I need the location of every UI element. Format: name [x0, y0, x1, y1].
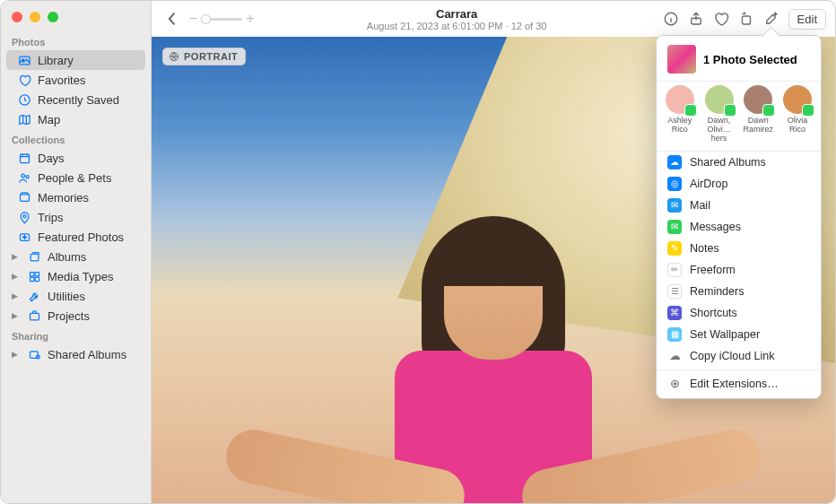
share-item-label: Copy iCloud Link	[690, 350, 775, 362]
sidebar-header-photos: Photos	[1, 31, 151, 50]
share-item-shared-albums[interactable]: ☁︎Shared Albums	[657, 152, 821, 173]
sidebar-item-label: Utilities	[48, 290, 85, 303]
share-item-label: Set Wallpaper	[690, 328, 760, 341]
project-icon	[27, 308, 41, 323]
share-item-label: Freeform	[690, 264, 736, 276]
share-thumbnail	[667, 45, 696, 74]
svg-point-4	[21, 174, 24, 178]
chevron-right-icon: ▶	[12, 311, 21, 320]
share-contact[interactable]: Dawn, Olivi…hers	[701, 85, 738, 143]
sidebar-item-library[interactable]: Library	[6, 50, 145, 70]
app-icon: ▦	[667, 327, 682, 342]
sidebar-item-favorites[interactable]: Favorites	[6, 70, 145, 90]
share-header-label: 1 Photo Selected	[703, 53, 797, 66]
app-icon: ⌘	[667, 306, 682, 320]
sidebar-item-map[interactable]: Map	[6, 109, 145, 129]
share-item-airdrop[interactable]: ◎AirDrop	[657, 173, 821, 195]
memories-icon	[17, 190, 31, 204]
sidebar-item-days[interactable]: Days	[6, 148, 145, 168]
share-contact[interactable]: Dawn Ramirez	[739, 85, 777, 143]
share-item-mail[interactable]: ✉︎Mail	[657, 195, 821, 216]
sidebar-item-label: Library	[38, 54, 74, 67]
svg-rect-14	[30, 313, 39, 320]
contact-name: Ashley Rico	[661, 117, 699, 135]
share-item-label: Shortcuts	[690, 307, 737, 319]
sidebar-item-memories[interactable]: Memories	[6, 187, 145, 207]
svg-rect-13	[35, 277, 39, 281]
share-item-freeform[interactable]: ✏︎Freeform	[657, 259, 821, 281]
shared-icon	[27, 347, 41, 361]
chevron-right-icon: ▶	[12, 272, 21, 281]
app-icon: ☰	[667, 284, 682, 299]
share-header: 1 Photo Selected	[657, 43, 821, 81]
sidebar: Photos Library Favorites Recently Saved …	[1, 1, 152, 503]
share-popover: 1 Photo Selected Ashley Rico Dawn, Olivi…	[656, 35, 822, 399]
media-icon	[27, 269, 41, 283]
share-item-shortcuts[interactable]: ⌘Shortcuts	[657, 302, 821, 324]
sidebar-item-people-pets[interactable]: People & Pets	[6, 168, 145, 187]
share-item-set-wallpaper[interactable]: ▦Set Wallpaper	[657, 324, 821, 345]
sidebar-item-albums[interactable]: ▶ Albums	[6, 247, 145, 266]
share-item-label: Shared Albums	[690, 156, 766, 169]
share-item-label: Reminders	[690, 285, 744, 298]
zoom-slider[interactable]: − +	[189, 11, 255, 27]
minimize-window-button[interactable]	[30, 12, 40, 22]
avatar	[783, 85, 812, 114]
sidebar-item-media-types[interactable]: ▶ Media Types	[6, 266, 145, 286]
heart-icon	[17, 73, 31, 87]
share-item-label: Messages	[690, 221, 741, 233]
share-button[interactable]	[684, 8, 708, 30]
svg-rect-9	[30, 254, 39, 261]
contact-name: Olivia Rico	[779, 117, 816, 135]
svg-rect-3	[20, 154, 29, 162]
avatar	[666, 85, 694, 114]
zoom-thumb[interactable]	[201, 14, 211, 24]
share-contact[interactable]: Olivia Rico	[779, 85, 816, 143]
photo-subtitle: August 21, 2023 at 6:01:00 PM · 12 of 30	[262, 21, 652, 31]
sidebar-header-sharing: Sharing	[1, 326, 151, 344]
app-icon: ✏︎	[667, 263, 682, 277]
portrait-badge[interactable]: PORTRAIT	[162, 48, 246, 65]
sidebar-item-label: Days	[38, 152, 65, 165]
sidebar-item-recently-saved[interactable]: Recently Saved	[6, 90, 145, 109]
back-button[interactable]	[161, 8, 184, 30]
svg-rect-19	[742, 16, 750, 24]
sidebar-item-label: Shared Albums	[48, 348, 126, 361]
share-item-edit-extensions[interactable]: ⊕ Edit Extensions…	[657, 373, 821, 395]
info-button[interactable]	[659, 8, 683, 30]
sidebar-header-collections: Collections	[1, 129, 151, 148]
share-contact[interactable]: Ashley Rico	[661, 85, 699, 143]
album-icon	[27, 249, 41, 264]
sidebar-item-featured-photos[interactable]: Featured Photos	[6, 227, 145, 247]
zoom-window-button[interactable]	[48, 12, 58, 22]
app-icon: ☁︎	[667, 349, 682, 363]
favorite-button[interactable]	[710, 8, 733, 30]
aperture-icon	[169, 51, 179, 62]
extensions-icon: ⊕	[667, 377, 682, 391]
share-item-notes[interactable]: ✎Notes	[657, 238, 821, 259]
sidebar-item-utilities[interactable]: ▶ Utilities	[6, 286, 145, 306]
zoom-track[interactable]	[201, 18, 242, 21]
calendar-icon	[17, 151, 31, 165]
sidebar-item-shared-albums[interactable]: ▶ Shared Albums	[6, 344, 145, 364]
sidebar-item-projects[interactable]: ▶ Projects	[6, 306, 145, 326]
svg-rect-12	[30, 277, 33, 281]
share-item-label: AirDrop	[690, 178, 727, 190]
sidebar-item-label: Albums	[48, 250, 86, 264]
share-item-copy-icloud-link[interactable]: ☁︎Copy iCloud Link	[657, 345, 821, 367]
share-item-reminders[interactable]: ☰Reminders	[657, 281, 821, 302]
messages-badge-icon	[802, 104, 814, 117]
share-item-label: Mail	[690, 199, 710, 212]
rotate-button[interactable]	[735, 8, 758, 30]
sidebar-item-label: Recently Saved	[38, 93, 119, 107]
app-icon: ✉︎	[667, 198, 682, 213]
pin-icon	[17, 210, 31, 224]
edit-button[interactable]: Edit	[788, 9, 826, 30]
window-controls	[1, 6, 151, 31]
app-icon: ◎	[667, 177, 682, 191]
people-icon	[17, 170, 31, 185]
share-item-messages[interactable]: ✉︎Messages	[657, 216, 821, 238]
sidebar-item-trips[interactable]: Trips	[6, 207, 145, 227]
close-window-button[interactable]	[12, 12, 22, 22]
svg-rect-6	[20, 194, 29, 201]
